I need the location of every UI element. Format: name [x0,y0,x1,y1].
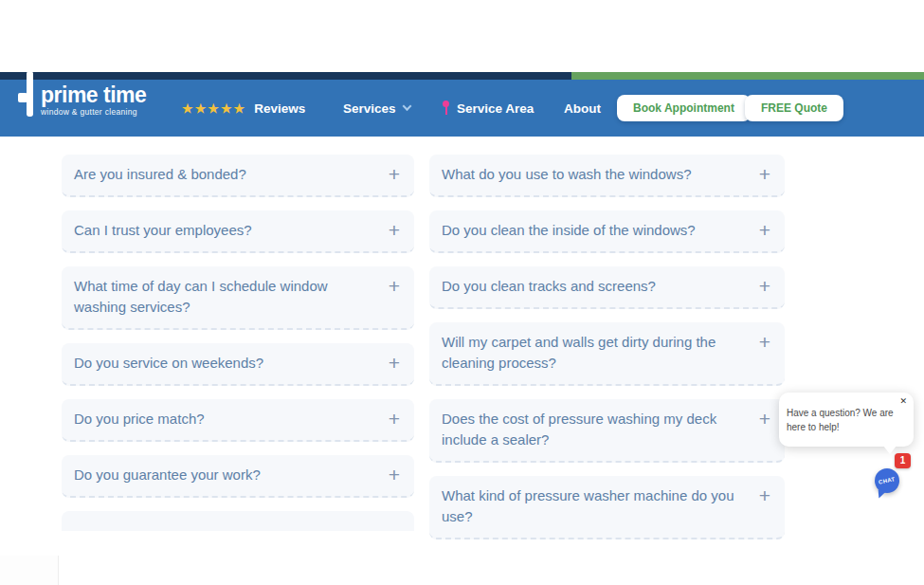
expand-plus-icon[interactable]: + [757,332,772,353]
faq-question: Are you insured & bonded? [74,164,246,185]
faq-item[interactable]: Do you clean the inside of the windows? … [429,210,785,253]
brand-logo[interactable]: prime time window & gutter cleaning [0,80,161,137]
faq-question: Will my carpet and walls get dirty durin… [442,332,748,374]
faq-question: Do you guarantee your work? [74,465,261,485]
header-bar: prime time window & gutter cleaning ★★★★… [0,80,924,137]
nav-services-label: Services [343,101,396,116]
faq-item[interactable]: What time of day can I schedule window w… [62,266,414,330]
faq-question: What kind of pressure washer machine do … [442,485,748,527]
faq-question: Do you clean tracks and screens? [442,276,656,297]
chat-unread-badge: 1 [895,453,911,468]
map-pin-icon [442,101,450,116]
logo-squeegee-stub-icon [18,93,27,102]
nav-about-label: About [564,101,601,116]
expand-plus-icon[interactable]: + [387,409,402,430]
expand-plus-icon[interactable]: + [757,409,772,430]
expand-plus-icon[interactable]: + [757,276,772,297]
faq-question: Can I trust your employees? [74,220,252,241]
expand-plus-icon[interactable]: + [757,164,772,185]
faq-item[interactable]: What do you use to wash the windows? + [429,155,785,197]
faq-item[interactable]: Does the cost of pressure washing my dec… [429,399,785,463]
nav-reviews[interactable]: ★★★★★ Reviews [182,101,305,116]
expand-plus-icon[interactable]: + [757,485,772,506]
faq-question: What do you use to wash the windows? [442,164,691,185]
faq-item[interactable]: Will my carpet and walls get dirty durin… [429,322,785,386]
rating-stars-icon: ★★★★★ [182,101,246,116]
expand-plus-icon[interactable]: + [387,164,402,185]
faq-item[interactable]: Are you insured & bonded? + [62,155,414,197]
expand-plus-icon[interactable]: + [757,220,772,241]
faq-question: Do you service on weekends? [74,353,263,374]
faq-item[interactable]: Can I trust your employees? + [62,210,414,253]
faq-item[interactable]: Do you clean tracks and screens? + [429,266,785,309]
site-header: prime time window & gutter cleaning ★★★★… [0,72,924,137]
chat-bubble-tail-icon [877,489,886,499]
faq-item[interactable]: What kind of pressure washer machine do … [429,476,785,539]
accent-strip-green [571,72,924,80]
header-accent-strip [0,72,924,80]
nav-reviews-label: Reviews [254,101,305,116]
chevron-down-icon [402,101,411,111]
faq-item[interactable]: Do you service on weekends? + [62,343,414,386]
expand-plus-icon[interactable]: + [387,353,402,374]
book-appointment-button[interactable]: Book Appointment [617,95,751,121]
nav-services[interactable]: Services [343,101,410,116]
brand-name: prime time [41,83,146,106]
nav-service-area-label: Service Area [457,101,534,116]
chat-button-label: CHAT [879,476,896,484]
faq-question: Do you clean the inside of the windows? [442,220,696,241]
logo-squeegee-icon [27,71,33,117]
faq-right-column: What do you use to wash the windows? + D… [429,155,785,539]
logo-text: prime time window & gutter cleaning [41,83,146,117]
brand-tagline: window & gutter cleaning [41,107,146,117]
chat-tooltip-text: Have a question? We are here to help! [787,408,894,432]
faq-question: Does the cost of pressure washing my dec… [442,409,748,450]
page-edge-line [0,556,59,585]
faq-section: Are you insured & bonded? + Can I trust … [62,155,785,539]
faq-question: What time of day can I schedule window w… [74,276,377,318]
close-icon[interactable]: ✕ [899,396,907,406]
faq-item-partial[interactable] [62,511,414,531]
expand-plus-icon[interactable]: + [387,220,402,241]
faq-left-column: Are you insured & bonded? + Can I trust … [62,155,414,531]
expand-plus-icon[interactable]: + [387,465,402,485]
faq-question: Do you price match? [74,409,205,430]
faq-item[interactable]: Do you guarantee your work? + [62,455,414,498]
accent-strip-navy [0,72,571,80]
nav-service-area[interactable]: Service Area [442,101,534,116]
nav-about[interactable]: About [564,101,601,116]
faq-item[interactable]: Do you price match? + [62,399,414,442]
chat-tooltip[interactable]: ✕ Have a question? We are here to help! [779,393,914,447]
tooltip-tail [883,446,897,454]
free-quote-button[interactable]: FREE Quote [745,95,843,121]
expand-plus-icon[interactable]: + [387,276,402,297]
